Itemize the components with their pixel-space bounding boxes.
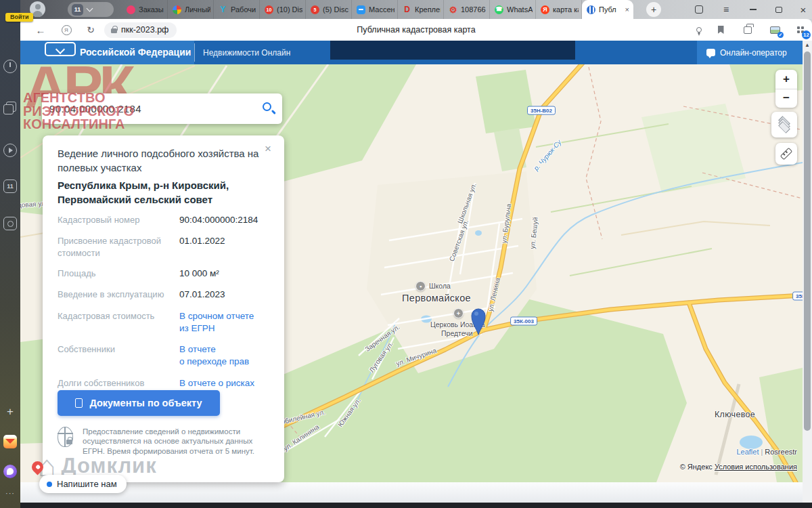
redgear-tab-icon: ⚙: [449, 5, 457, 14]
chat-widget-button[interactable]: Напишите нам: [39, 475, 127, 493]
url-field[interactable]: пкк-2023.рф: [104, 22, 177, 38]
online-operator-button[interactable]: Онлайн-оператор: [697, 41, 803, 64]
tab-group-chip[interactable]: 11: [68, 2, 114, 17]
page-scrollbar[interactable]: ▲: [803, 41, 812, 508]
back-button[interactable]: ←: [32, 19, 49, 41]
road-number-badge: 35Н-В02: [527, 106, 556, 115]
document-icon: [75, 398, 83, 408]
documents-button[interactable]: Документы по объекту: [58, 390, 220, 416]
tab-label: Рабочи: [231, 5, 256, 14]
row-value: 90:04:000000:2184: [179, 214, 258, 226]
panel-row: Введение в эксплуатацию07.01.2023: [58, 289, 271, 301]
browser-tab[interactable]: ⚙108766: [444, 0, 490, 19]
row-value-link[interactable]: В отчете о рисках: [179, 377, 254, 389]
tab-label: Публ: [599, 5, 616, 14]
road-number-badge: 35К: [792, 292, 803, 301]
browser-tab[interactable]: Массен: [352, 0, 398, 19]
panel-row: Кадастровая стоимостьВ срочном отчетеиз …: [58, 310, 271, 335]
tab-label: (10) Dis: [277, 5, 302, 14]
bluechat-tab-icon: [357, 5, 365, 14]
map-pin-marker[interactable]: [471, 308, 486, 335]
alice-assistant-icon[interactable]: [3, 465, 17, 478]
window-close-button[interactable]: ×: [793, 0, 812, 19]
site-logo[interactable]: [45, 42, 76, 56]
history-icon[interactable]: [3, 60, 17, 73]
row-label: Долги собственников: [58, 377, 179, 389]
parcel-info-panel: × Ведение личного подсобного хозяйства н…: [43, 135, 284, 482]
online-dot-icon: [47, 482, 52, 487]
new-tab-button[interactable]: +: [646, 2, 661, 17]
site-header: Российской Федерации Недвижимости Онлайн…: [20, 41, 803, 64]
tab-counter-icon[interactable]: 11: [3, 179, 17, 193]
minimize-button[interactable]: [743, 0, 763, 19]
zoom-out-button[interactable]: −: [775, 89, 797, 108]
sidebar-more-icon[interactable]: ···: [3, 489, 17, 503]
maximize-button[interactable]: [769, 0, 789, 19]
side-panel-button[interactable]: [689, 0, 709, 19]
tab-label: 108766: [461, 5, 486, 14]
screenshot-camera-icon[interactable]: [3, 217, 17, 230]
panel-close-icon[interactable]: ×: [261, 141, 275, 157]
reload-button[interactable]: ↻: [83, 19, 99, 41]
leaflet-link[interactable]: Leaflet: [736, 448, 759, 456]
tab-strip: ЗаказыЛичныйYРабочи10(10) Dis5(5) DiscoМ…: [122, 0, 633, 19]
parcel-location: Республика Крым, р-н Кировский, Первомай…: [58, 179, 271, 207]
browser-tab-active[interactable]: Публ×: [582, 0, 633, 19]
map-engine-attribution: Leaflet|Rosreestr: [736, 448, 797, 456]
yandex-mail-icon[interactable]: [3, 435, 17, 448]
site-brand-text[interactable]: Российской Федерации: [80, 47, 191, 58]
scroll-up-arrow[interactable]: ▲: [803, 42, 812, 48]
collections-stack-icon[interactable]: [3, 102, 17, 115]
lock-icon: [111, 28, 117, 33]
chevron-down-icon: [87, 5, 93, 12]
location-pin-icon[interactable]: [690, 19, 708, 41]
whatsapp-tab-icon: ☎: [495, 5, 503, 14]
sidebar-add-icon[interactable]: +: [3, 405, 17, 419]
row-value-link[interactable]: В отчетео переходе прав: [179, 343, 249, 368]
browser-sidebar: 11 + ···: [0, 0, 20, 508]
tab-label: Креплен: [415, 5, 441, 14]
tab-label: Массен: [369, 5, 394, 14]
land-use-title: Ведение личного подсобного хозяйства на …: [58, 147, 264, 175]
zoom-in-button[interactable]: +: [775, 70, 797, 89]
row-value-link[interactable]: В срочном отчетеиз ЕГРН: [179, 310, 254, 335]
layers-button[interactable]: [771, 112, 797, 137]
header-divider: [194, 43, 195, 62]
pkk-tab-icon: [587, 5, 595, 14]
browser-tab[interactable]: Заказы: [122, 0, 168, 19]
browser-tab[interactable]: ☎WhatsA: [490, 0, 536, 19]
browser-menu-button[interactable]: ≡: [716, 0, 736, 19]
browser-tab[interactable]: Якарта ка: [536, 0, 582, 19]
search-icon[interactable]: [263, 102, 271, 111]
browser-tab[interactable]: DКреплен: [398, 0, 444, 19]
zoom-control: + −: [775, 70, 797, 108]
cadastral-search-field[interactable]: 90:04:000000:2184: [42, 93, 282, 124]
page-below-map: [20, 482, 812, 503]
rosreestr-globe-icon: [58, 427, 73, 447]
ruler-button[interactable]: [775, 143, 797, 165]
road-number-badge: 35К-003: [510, 317, 537, 326]
browser-tab[interactable]: 10(10) Dis: [260, 0, 306, 19]
video-play-icon[interactable]: [3, 144, 17, 157]
screenshot-icon[interactable]: ✓: [765, 19, 785, 41]
yandex-copyright: © Яндекс: [680, 463, 713, 471]
header-nav-link[interactable]: Недвижимости Онлайн: [203, 48, 290, 58]
protect-icon[interactable]: Я: [58, 19, 74, 41]
browser-tab[interactable]: Личный: [168, 0, 214, 19]
yandex-tab-icon: Я: [541, 5, 549, 14]
browser-tab[interactable]: YРабочи: [214, 0, 260, 19]
tab-label: (5) Disco: [323, 5, 348, 14]
header-banner-block: [330, 41, 575, 60]
scrollbar-thumb[interactable]: [804, 51, 811, 431]
bookmark-flag-icon[interactable]: [712, 19, 729, 41]
ruler-icon: [780, 148, 792, 160]
login-badge[interactable]: Войти: [5, 13, 33, 22]
browser-tab[interactable]: 5(5) Disco: [306, 0, 352, 19]
tab-label: WhatsA: [507, 5, 533, 14]
terms-link[interactable]: Условия использования: [715, 463, 797, 471]
gdots-tab-icon: [173, 5, 181, 14]
row-value: 07.01.2023: [179, 289, 225, 301]
tab-close-icon[interactable]: ×: [624, 5, 631, 14]
collections-icon[interactable]: [738, 19, 758, 41]
chat-bubble-icon: [706, 49, 715, 56]
